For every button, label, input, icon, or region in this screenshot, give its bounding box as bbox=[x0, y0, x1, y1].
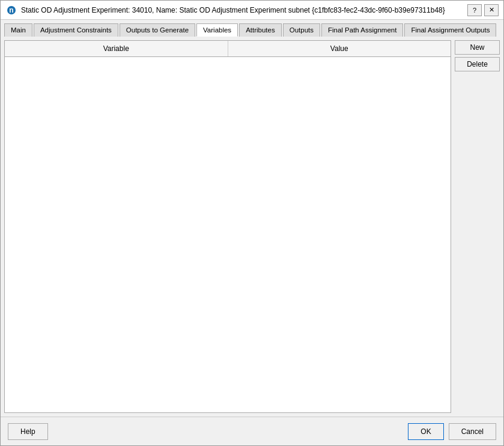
tab-main[interactable]: Main bbox=[4, 23, 32, 37]
tab-outputs-to-generate[interactable]: Outputs to Generate bbox=[120, 23, 195, 37]
tab-attributes[interactable]: Attributes bbox=[239, 23, 282, 37]
tabs-bar: MainAdjustment ConstraintsOutputs to Gen… bbox=[1, 20, 503, 37]
table-body bbox=[5, 57, 451, 412]
cancel-button[interactable]: Cancel bbox=[449, 423, 496, 440]
ok-button[interactable]: OK bbox=[408, 423, 443, 440]
column-variable: Variable bbox=[5, 41, 228, 56]
new-button[interactable]: New bbox=[455, 40, 500, 55]
help-footer-button[interactable]: Help bbox=[8, 423, 48, 440]
tab-outputs[interactable]: Outputs bbox=[283, 23, 320, 37]
app-icon: n bbox=[5, 4, 17, 16]
footer-right-buttons: OK Cancel bbox=[408, 423, 496, 440]
column-value: Value bbox=[228, 41, 451, 56]
tab-variables[interactable]: Variables bbox=[196, 23, 238, 37]
window-controls: ? ✕ bbox=[467, 4, 499, 16]
window-title: Static OD Adjustment Experiment: 34010, … bbox=[21, 6, 467, 14]
variables-table: Variable Value bbox=[4, 40, 451, 413]
title-bar: n Static OD Adjustment Experiment: 34010… bbox=[1, 1, 503, 20]
footer: Help OK Cancel bbox=[1, 417, 503, 445]
tab-final-path-assignment[interactable]: Final Path Assignment bbox=[321, 23, 403, 37]
tab-final-assignment-outputs[interactable]: Final Assignment Outputs bbox=[404, 23, 496, 37]
content-area: Variable Value New Delete bbox=[1, 37, 503, 417]
svg-text:n: n bbox=[9, 6, 13, 14]
sidebar-buttons: New Delete bbox=[455, 40, 500, 413]
delete-button[interactable]: Delete bbox=[455, 57, 500, 71]
tab-adjustment-constraints[interactable]: Adjustment Constraints bbox=[34, 23, 118, 37]
table-header: Variable Value bbox=[5, 41, 451, 57]
close-button[interactable]: ✕ bbox=[484, 4, 499, 16]
help-button[interactable]: ? bbox=[467, 4, 482, 16]
main-window: n Static OD Adjustment Experiment: 34010… bbox=[0, 0, 504, 446]
